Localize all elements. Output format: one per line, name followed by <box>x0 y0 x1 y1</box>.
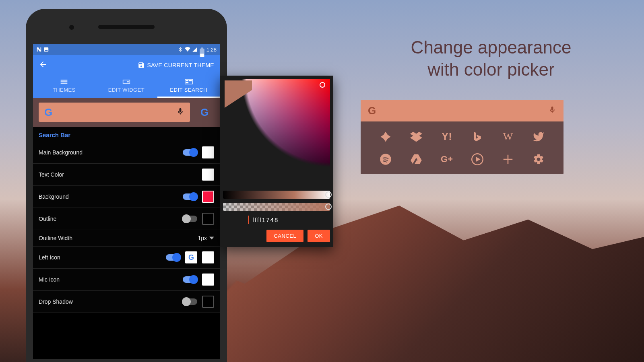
widget-search-bar[interactable]: G <box>361 100 564 121</box>
row-label: Outline <box>39 216 56 222</box>
tab-label: EDIT SEARCH <box>170 87 207 93</box>
ok-button[interactable]: OK <box>308 230 330 242</box>
sv-cursor[interactable] <box>320 82 325 88</box>
color-picker-dialog: CANCEL OK <box>220 76 333 247</box>
row-label: Text Color <box>39 171 64 178</box>
google-g-icon: G <box>368 105 376 117</box>
n-preview-icon <box>36 47 42 52</box>
svg-rect-3 <box>123 80 130 83</box>
row-label: Background <box>39 193 69 200</box>
slider-thumb[interactable] <box>325 191 332 198</box>
appbar: SAVE CURRENT THEME THEMES EDIT WIDGET ED… <box>33 55 220 98</box>
settings-icon[interactable] <box>523 153 554 165</box>
back-icon[interactable] <box>39 60 47 70</box>
phone-screen: 1:28 SAVE CURRENT THEME THEMES <box>33 44 220 359</box>
google-g-icon: G <box>44 106 52 119</box>
color-swatch[interactable] <box>202 169 214 181</box>
tab-themes[interactable]: THEMES <box>33 76 95 98</box>
tab-edit-widget[interactable]: EDIT WIDGET <box>95 76 158 98</box>
hex-input[interactable] <box>248 216 305 224</box>
add-icon[interactable] <box>493 153 523 165</box>
drive-icon[interactable] <box>401 153 431 165</box>
save-theme-button[interactable]: SAVE CURRENT THEME <box>138 62 214 69</box>
wifi-icon <box>185 47 190 52</box>
row-label: Drop Shadow <box>39 298 73 305</box>
google-icon-swatch[interactable]: G <box>185 251 197 263</box>
row-label: Mic Icon <box>39 276 60 283</box>
color-swatch[interactable] <box>202 191 214 203</box>
statusbar: 1:28 <box>33 44 220 55</box>
svg-rect-7 <box>189 80 192 81</box>
saturation-value-area[interactable] <box>223 79 330 187</box>
play-music-icon[interactable] <box>462 153 493 165</box>
alpha-slider[interactable] <box>223 203 330 211</box>
image-icon <box>43 47 49 52</box>
row-mic-icon[interactable]: Mic Icon <box>33 269 220 291</box>
google-g-standalone-icon: G <box>195 106 214 119</box>
spotify-icon[interactable] <box>370 153 401 165</box>
svg-rect-8 <box>186 82 188 83</box>
row-label: Main Background <box>39 149 83 156</box>
row-text-color[interactable]: Text Color <box>33 164 220 186</box>
phone-frame: 1:28 SAVE CURRENT THEME THEMES <box>26 9 227 362</box>
color-swatch[interactable] <box>202 251 214 263</box>
tab-bar: THEMES EDIT WIDGET EDIT SEARCH <box>33 76 220 98</box>
svg-point-9 <box>380 154 391 165</box>
color-swatch[interactable] <box>202 213 214 225</box>
phone-camera <box>69 25 74 30</box>
section-title: Search Bar <box>33 127 220 142</box>
mic-icon <box>176 107 184 117</box>
color-swatch[interactable] <box>202 296 214 308</box>
dropdown-value: 1px <box>198 235 207 241</box>
headline: Change appearance with color picker <box>362 36 620 80</box>
bluetooth-icon <box>178 47 183 52</box>
widget-icon-grid: Y! W G+ <box>361 121 564 167</box>
tab-label: EDIT WIDGET <box>108 87 144 93</box>
svg-rect-1 <box>61 81 68 82</box>
row-background[interactable]: Background <box>33 186 220 208</box>
search-preview: G G <box>33 98 220 127</box>
headline-line1: Change appearance <box>362 36 620 58</box>
yahoo-icon[interactable]: Y! <box>431 130 462 143</box>
toggle[interactable] <box>183 149 197 156</box>
svg-rect-2 <box>61 83 68 84</box>
color-swatch[interactable] <box>202 274 214 286</box>
battery-icon <box>199 47 205 52</box>
wikipedia-icon[interactable]: W <box>493 130 523 143</box>
row-drop-shadow[interactable]: Drop Shadow <box>33 291 220 313</box>
twitter-icon[interactable] <box>523 130 554 143</box>
headline-line2: with color picker <box>362 58 620 80</box>
cancel-button[interactable]: CANCEL <box>266 230 303 242</box>
color-swatch[interactable] <box>202 146 214 158</box>
google-plus-icon[interactable]: G+ <box>431 153 462 165</box>
toggle[interactable] <box>183 216 197 222</box>
clock-text: 1:28 <box>206 47 217 53</box>
phone-speaker <box>98 25 155 29</box>
toggle[interactable] <box>183 298 197 305</box>
row-left-icon[interactable]: Left Icon G <box>33 247 220 269</box>
photos-icon[interactable] <box>370 130 401 143</box>
svg-rect-0 <box>61 80 68 81</box>
row-main-background[interactable]: Main Background <box>33 142 220 164</box>
selected-color-preview <box>225 80 252 108</box>
bing-icon[interactable] <box>462 130 493 143</box>
tab-edit-search[interactable]: EDIT SEARCH <box>157 76 220 98</box>
cell-signal-icon <box>192 47 198 52</box>
search-widget: G Y! W G+ <box>361 100 564 174</box>
toggle[interactable] <box>166 254 180 261</box>
hue-slider[interactable] <box>223 191 330 199</box>
slider-thumb[interactable] <box>325 204 332 210</box>
row-label: Left Icon <box>39 254 60 261</box>
row-outline-width[interactable]: Outline Width 1px <box>33 230 220 247</box>
svg-rect-4 <box>127 81 129 82</box>
preview-search-bar: G <box>39 103 190 122</box>
save-theme-label: SAVE CURRENT THEME <box>147 62 214 68</box>
dropbox-icon[interactable] <box>401 130 431 143</box>
toggle[interactable] <box>183 193 197 200</box>
outline-width-dropdown[interactable]: 1px <box>198 235 214 241</box>
toggle[interactable] <box>183 276 197 283</box>
tab-label: THEMES <box>53 87 76 93</box>
row-outline[interactable]: Outline <box>33 208 220 230</box>
svg-rect-6 <box>186 80 188 81</box>
mic-icon[interactable] <box>548 106 556 115</box>
